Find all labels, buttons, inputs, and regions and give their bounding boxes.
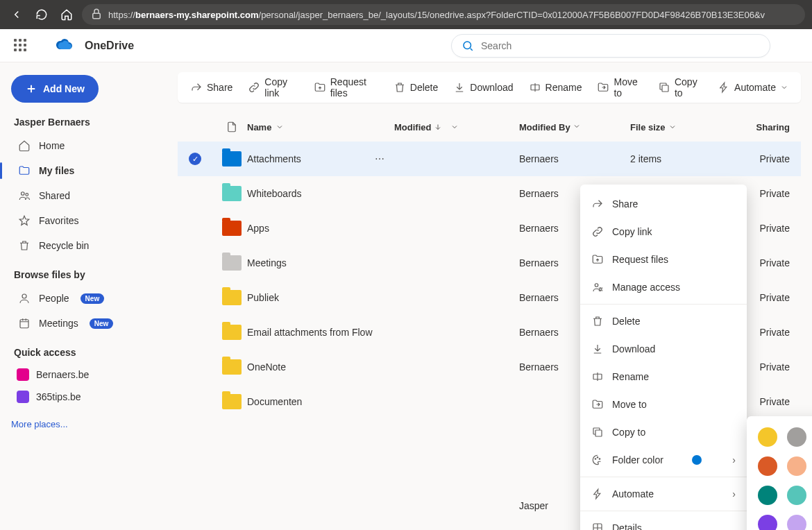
back-button[interactable] [7,5,26,24]
sharing-status: Private [727,153,790,164]
svg-rect-11 [595,430,602,436]
person-icon [18,292,31,305]
folder-icon [222,255,242,271]
color-option[interactable] [758,515,777,530]
table-row[interactable]: ✓Attachments⋯Bernaers2 itemsPrivate [178,142,801,176]
cmd-copyto[interactable]: Copy to [658,76,702,99]
svg-point-9 [600,289,602,291]
arrow-down-icon [434,123,442,131]
col-modifiedby[interactable]: Modified By [519,122,630,132]
request-icon [314,81,326,94]
col-modified[interactable]: Modified [394,122,519,132]
ctx-copyto[interactable]: Copy to [580,418,747,446]
refresh-button[interactable] [32,5,51,24]
file-name: Attachments [247,153,301,164]
browse-heading: Browse files by [14,269,161,280]
cmd-copylink[interactable]: Copy link [248,76,298,99]
qa-bernaers[interactable]: Bernaers.be [11,364,161,386]
ctx-request[interactable]: Request files [580,246,747,273]
cmd-moveto[interactable]: Move to [597,76,642,99]
folder-icon [222,394,242,409]
chevron-down-icon [668,123,677,131]
file-name: OneNote [247,361,286,373]
color-option[interactable] [787,427,806,447]
search-box[interactable] [451,34,770,58]
add-new-button[interactable]: Add New [11,75,99,103]
col-name[interactable]: Name [247,122,394,132]
chevron-down-icon [276,123,284,131]
cmd-delete[interactable]: Delete [394,81,438,94]
nav-shared[interactable]: Shared [11,183,161,208]
onedrive-icon [56,38,74,53]
ctx-automate[interactable]: Automate› [580,480,747,508]
color-option[interactable] [758,486,777,505]
file-name: Email attachments from Flow [247,327,373,338]
col-filesize[interactable]: File size [630,122,727,132]
nav-my-files[interactable]: My files [11,158,161,183]
folder-icon [222,290,242,305]
ctx-moveto[interactable]: Move to [580,391,747,418]
svg-rect-0 [93,13,101,19]
manage-access-icon [591,281,604,293]
ctx-share[interactable]: Share [580,190,747,218]
browse-meetings[interactable]: MeetingsNew [11,311,161,336]
ctx-rename[interactable]: Rename [580,363,747,391]
command-bar: Share Copy link Request files Delete Dow… [178,72,801,103]
automate-icon [718,81,730,94]
copyto-icon [658,81,670,94]
file-name: Whiteboards [247,188,302,199]
nav-home[interactable]: Home [11,133,161,158]
context-menu: Share Copy link Request files Manage acc… [580,185,747,530]
url-bar[interactable]: https://bernaers-my.sharepoint.com/perso… [82,4,805,25]
ctx-foldercolor[interactable]: Folder color› [580,446,747,474]
sidebar: Add New Jasper Bernaers Home My files Sh… [0,62,172,530]
cmd-automate[interactable]: Automate [718,81,788,94]
nav-favorites[interactable]: Favorites [11,208,161,233]
more-button[interactable]: ⋯ [375,153,386,164]
col-sharing[interactable]: Sharing [727,122,790,132]
svg-point-12 [595,459,596,460]
search-input[interactable] [481,40,760,51]
svg-rect-5 [20,320,28,328]
ctx-delete[interactable]: Delete [580,307,747,335]
cmd-rename[interactable]: Rename [529,81,582,94]
trash-icon [394,81,406,94]
qa-365tips[interactable]: 365tips.be [11,386,161,408]
svg-point-13 [597,457,598,459]
nav-recycle[interactable]: Recycle bin [11,233,161,258]
ctx-details[interactable]: Details [580,514,747,530]
people-icon [18,189,31,202]
color-option[interactable] [787,456,806,476]
ctx-download[interactable]: Download [580,335,747,363]
link-icon [248,81,260,94]
palette-icon [591,454,604,466]
browser-chrome: https://bernaers-my.sharepoint.com/perso… [0,0,812,29]
color-option[interactable] [758,456,777,476]
folder-icon [222,151,242,166]
chevron-right-icon: › [732,454,736,465]
cmd-share[interactable]: Share [190,81,232,94]
check-icon[interactable]: ✓ [189,153,201,165]
color-option[interactable] [758,427,777,447]
cmd-download[interactable]: Download [453,81,513,94]
file-size: 2 items [630,153,727,164]
lock-icon [90,8,103,22]
home-button[interactable] [57,5,76,24]
ctx-copylink[interactable]: Copy link [580,218,747,246]
download-icon [591,343,604,355]
ctx-manage[interactable]: Manage access [580,273,747,301]
svg-rect-7 [662,85,668,92]
user-name: Jasper Bernaers [14,117,161,128]
color-option[interactable] [787,486,806,505]
browse-people[interactable]: PeopleNew [11,286,161,311]
color-picker [747,416,812,530]
chevron-down-icon [780,83,788,92]
svg-point-4 [22,294,26,298]
color-option[interactable] [787,515,806,530]
cmd-request[interactable]: Request files [314,76,378,99]
app-launcher-icon[interactable] [14,39,28,53]
star-icon [18,214,31,227]
quick-heading: Quick access [14,347,161,358]
more-places-link[interactable]: More places... [11,419,68,429]
rename-icon [529,81,541,94]
